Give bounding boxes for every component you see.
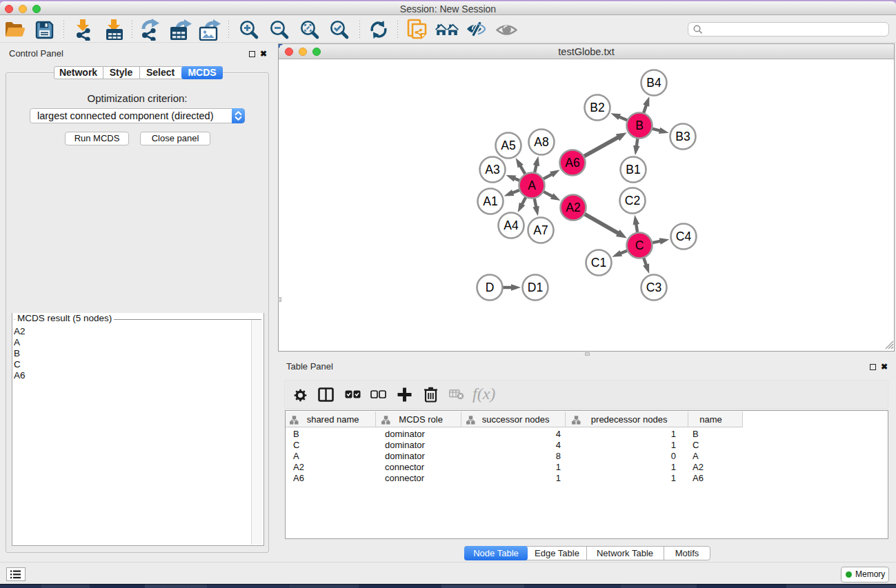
svg-text:A8: A8 — [534, 135, 548, 149]
svg-text:C1: C1 — [591, 256, 606, 270]
svg-text:A1: A1 — [483, 194, 497, 208]
svg-text:A5: A5 — [501, 139, 515, 152]
svg-text:D1: D1 — [528, 281, 543, 294]
svg-text:B: B — [635, 119, 644, 132]
svg-text:A6: A6 — [565, 156, 579, 170]
svg-text:C: C — [635, 239, 644, 252]
svg-text:B2: B2 — [590, 101, 604, 114]
svg-text:A7: A7 — [533, 223, 548, 237]
svg-text:D: D — [486, 281, 495, 294]
svg-text:B3: B3 — [675, 130, 690, 143]
svg-text:A: A — [528, 179, 536, 192]
svg-text:B4: B4 — [646, 76, 661, 90]
svg-text:C3: C3 — [646, 281, 661, 294]
svg-text:C2: C2 — [625, 194, 640, 207]
svg-text:A2: A2 — [566, 201, 580, 214]
svg-text:B1: B1 — [626, 163, 640, 176]
svg-text:A3: A3 — [485, 163, 499, 176]
svg-text:A4: A4 — [504, 219, 519, 232]
svg-text:C4: C4 — [676, 230, 692, 243]
